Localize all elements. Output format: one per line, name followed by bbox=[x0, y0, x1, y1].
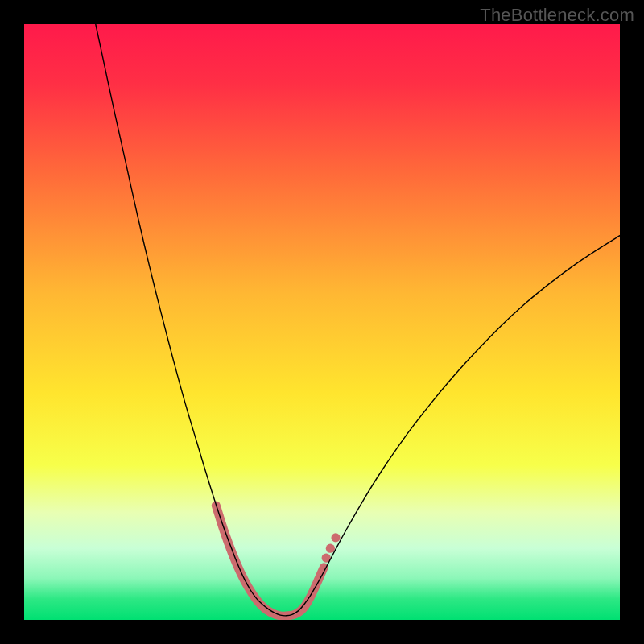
chart-frame: TheBottleneck.com bbox=[0, 0, 644, 644]
chart-background bbox=[24, 24, 620, 620]
chart-svg bbox=[24, 24, 620, 620]
chart-plot-area bbox=[24, 24, 620, 620]
marker-dot bbox=[326, 544, 335, 553]
watermark-text: TheBottleneck.com bbox=[480, 5, 634, 26]
marker-dot bbox=[331, 533, 340, 542]
